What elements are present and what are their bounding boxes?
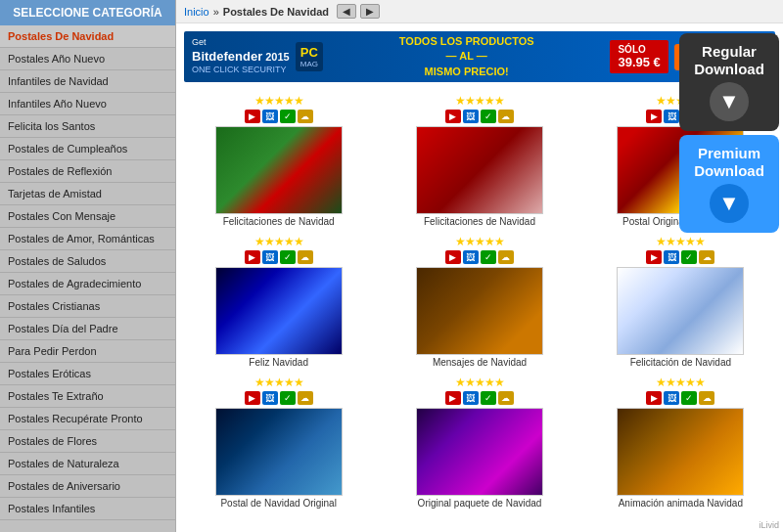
pc-mag-label: PC (300, 45, 318, 60)
sidebar-item[interactable]: Postales Cristianas (0, 295, 175, 318)
sidebar-item[interactable]: Para Pedir Perdon (0, 340, 175, 363)
image-icon[interactable]: 🖼 (463, 250, 479, 264)
card-stars: ★★★★★ (455, 94, 504, 108)
sidebar-item[interactable]: Tarjetas de Amistad (0, 183, 175, 205)
sidebar-item[interactable]: Postales Día del Padre (0, 318, 175, 340)
play-icon[interactable]: ▶ (445, 250, 461, 264)
banner-center-text: TODOS LOS PRODUCTOS — AL — MISMO PRECIO! (329, 34, 605, 79)
image-icon[interactable]: 🖼 (664, 391, 679, 405)
sidebar-item[interactable]: Postales de Cumpleaños (0, 138, 175, 160)
card-image[interactable] (416, 126, 543, 214)
card-icons-row: ▶🖼✓☁ (445, 391, 514, 405)
nav-fwd-icon[interactable]: ▶ (360, 4, 380, 19)
breadcrumb: Inicio » Postales De Navidad ◀ ▶ (176, 0, 783, 23)
card-icons-row: ▶🖼✓☁ (245, 110, 313, 123)
main-content: Inicio » Postales De Navidad ◀ ▶ Get Bit… (176, 0, 783, 532)
sidebar-item[interactable]: Postales de Saludos (0, 250, 175, 273)
image-icon[interactable]: 🖼 (463, 391, 479, 405)
check-icon[interactable]: ✓ (280, 110, 296, 123)
image-icon[interactable]: 🖼 (262, 391, 278, 405)
check-icon[interactable]: ✓ (280, 250, 296, 264)
card-image[interactable] (215, 408, 343, 496)
card-image[interactable] (215, 126, 343, 214)
card-item: ★★★★★▶🖼✓☁Feliz Navidad (184, 235, 373, 368)
sidebar-item[interactable]: Postales Con Mensaje (0, 205, 175, 228)
card-item: ★★★★★▶🖼✓☁Felicitación de Navidad (586, 235, 775, 368)
sidebar-item[interactable]: Postales de Flores (0, 430, 175, 453)
cloud-icon[interactable]: ☁ (699, 250, 714, 264)
sidebar-item[interactable]: Postales de Aniversario (0, 475, 175, 498)
sidebar-item[interactable]: Postales Eróticas (0, 363, 175, 385)
play-icon[interactable]: ▶ (445, 391, 461, 405)
card-icons-row: ▶🖼✓☁ (445, 110, 514, 123)
play-icon[interactable]: ▶ (245, 391, 260, 405)
play-icon[interactable]: ▶ (646, 391, 662, 405)
card-stars: ★★★★★ (656, 376, 705, 389)
cloud-icon[interactable]: ☁ (498, 250, 514, 264)
breadcrumb-sep: » (213, 6, 219, 18)
play-icon[interactable]: ▶ (445, 110, 461, 123)
sidebar-header: SELECCIONE CATEGORÍA (0, 0, 175, 25)
banner-price: SÓLO 39.95 € (610, 40, 668, 73)
premium-download-arrow: ▼ (710, 184, 749, 223)
regular-download-arrow: ▼ (710, 82, 749, 121)
sidebar-item[interactable]: Postales de Naturaleza (0, 453, 175, 475)
card-label: Animación animada Navidad (619, 498, 743, 509)
image-icon[interactable]: 🖼 (262, 250, 278, 264)
card-item: ★★★★★▶🖼✓☁Felicitaciones de Navidad (385, 94, 574, 227)
card-item: ★★★★★▶🖼✓☁Felicitaciones de Navidad (184, 94, 373, 227)
check-icon[interactable]: ✓ (681, 391, 697, 405)
nav-back-icon[interactable]: ◀ (337, 4, 356, 19)
sidebar-item[interactable]: Infantiles de Navidad (0, 70, 175, 93)
sidebar-item[interactable]: Postales Te Extraño (0, 385, 175, 408)
regular-download-label: Regular Download (687, 43, 771, 78)
card-icons-row: ▶🖼✓☁ (245, 250, 313, 264)
play-icon[interactable]: ▶ (646, 250, 662, 264)
sidebar-item[interactable]: Postales Infantiles (0, 498, 175, 520)
image-icon[interactable]: 🖼 (262, 110, 278, 123)
image-icon[interactable]: 🖼 (664, 250, 679, 264)
sidebar-item[interactable]: Felicita los Santos (0, 115, 175, 138)
sidebar-item[interactable]: Postales De Navidad (0, 25, 175, 48)
breadcrumb-home[interactable]: Inicio (184, 6, 209, 18)
sidebar-item[interactable]: Postales de Agradecimiento (0, 273, 175, 295)
card-image[interactable] (215, 267, 343, 355)
card-image[interactable] (617, 408, 744, 496)
check-icon[interactable]: ✓ (481, 391, 496, 405)
cloud-icon[interactable]: ☁ (298, 110, 313, 123)
cloud-icon[interactable]: ☁ (298, 250, 313, 264)
ilivid-label: iLivid (759, 520, 779, 530)
card-item: ★★★★★▶🖼✓☁Postal de Navidad Original (184, 376, 373, 509)
sidebar-item[interactable]: Postales de Reflexión (0, 160, 175, 183)
check-icon[interactable]: ✓ (681, 250, 697, 264)
check-icon[interactable]: ✓ (481, 110, 496, 123)
sidebar-item[interactable]: Infantiles Año Nuevo (0, 93, 175, 115)
card-image[interactable] (416, 267, 543, 355)
check-icon[interactable]: ✓ (280, 391, 296, 405)
breadcrumb-current: Postales De Navidad (223, 6, 329, 18)
card-stars: ★★★★★ (254, 235, 303, 248)
card-stars: ★★★★★ (254, 376, 303, 389)
regular-download-button[interactable]: Regular Download ▼ (679, 33, 779, 131)
play-icon[interactable]: ▶ (245, 110, 260, 123)
sidebar-item[interactable]: Postales Año Nuevo (0, 48, 175, 70)
card-item: ★★★★★▶🖼✓☁Animación animada Navidad (586, 376, 775, 509)
play-icon[interactable]: ▶ (646, 110, 662, 123)
cloud-icon[interactable]: ☁ (699, 391, 714, 405)
play-icon[interactable]: ▶ (245, 250, 260, 264)
card-image[interactable] (416, 408, 543, 496)
cloud-icon[interactable]: ☁ (498, 391, 514, 405)
card-image[interactable] (617, 267, 744, 355)
sidebar-item[interactable]: Postales Recupérate Pronto (0, 408, 175, 430)
sidebar-items: Postales De NavidadPostales Año NuevoInf… (0, 25, 175, 520)
image-icon[interactable]: 🖼 (463, 110, 479, 123)
cloud-icon[interactable]: ☁ (298, 391, 313, 405)
sidebar-item[interactable]: Postales de Amor, Románticas (0, 228, 175, 250)
card-label: Felicitación de Navidad (630, 357, 731, 368)
banner-get: Get (192, 37, 290, 49)
card-icons-row: ▶🖼✓☁ (646, 391, 714, 405)
card-item: ★★★★★▶🖼✓☁Mensajes de Navidad (385, 235, 574, 368)
cloud-icon[interactable]: ☁ (498, 110, 514, 123)
premium-download-button[interactable]: Premium Download ▼ (679, 135, 779, 233)
check-icon[interactable]: ✓ (481, 250, 496, 264)
